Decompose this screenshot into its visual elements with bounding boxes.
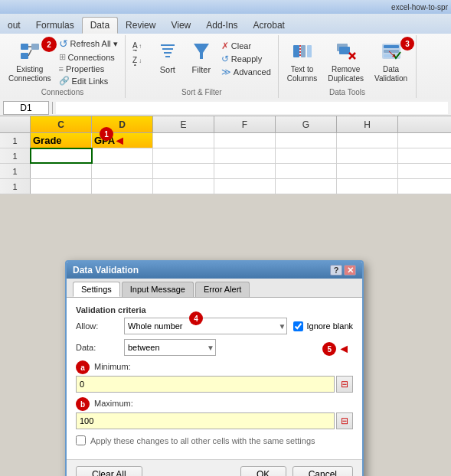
cell-e3[interactable] xyxy=(153,164,214,178)
cell-f1[interactable] xyxy=(214,133,276,148)
maximum-label: Maximum: xyxy=(94,399,133,408)
minimum-input[interactable] xyxy=(76,376,335,393)
ok-button[interactable]: OK xyxy=(240,466,286,476)
cell-h2[interactable] xyxy=(337,148,398,163)
cell-c4[interactable] xyxy=(31,179,92,194)
dialog-tabs: Settings Input Message Error Alert xyxy=(67,279,362,298)
grid: 1 Grade 1 ◄ GPA xyxy=(0,133,451,194)
sort-za-button[interactable]: Z↓A xyxy=(130,53,150,67)
edit-links-icon: 🔗 xyxy=(59,76,70,86)
apply-checkbox[interactable] xyxy=(76,435,86,445)
cell-h4[interactable] xyxy=(337,179,398,194)
cancel-button[interactable]: Cancel xyxy=(292,466,353,476)
tab-error-alert[interactable]: Error Alert xyxy=(195,282,250,297)
tab-error-alert-label: Error Alert xyxy=(204,285,242,294)
dialog-close-button[interactable]: ✕ xyxy=(344,265,356,275)
cell-g3[interactable] xyxy=(276,164,337,178)
advanced-icon: ≫ xyxy=(221,67,231,77)
table-row: 1 xyxy=(0,179,451,194)
maximum-collapse-button[interactable]: ⊟ xyxy=(336,412,353,429)
cell-h1[interactable] xyxy=(337,133,398,148)
remove-duplicates-button[interactable]: RemoveDuplicates xyxy=(324,37,368,86)
reapply-icon: ↺ xyxy=(221,54,229,64)
cell-d2[interactable] xyxy=(92,148,153,163)
col-header-g[interactable]: G xyxy=(276,116,337,132)
cell-c3[interactable] xyxy=(31,164,92,178)
tab-data[interactable]: Data xyxy=(82,17,118,34)
annotation-3: 3 xyxy=(400,37,414,51)
annotation-5-container: 5 ◄ xyxy=(322,342,350,356)
cell-e4[interactable] xyxy=(153,179,214,194)
refresh-icon: ↺ xyxy=(59,37,68,50)
cell-c1[interactable]: Grade xyxy=(31,133,92,148)
annotation-1: 1 xyxy=(100,127,113,141)
minimum-collapse-button[interactable]: ⊟ xyxy=(336,376,353,393)
ribbon-group-data-tools: 3 → Text toColumns xyxy=(279,35,417,98)
tab-out[interactable]: out xyxy=(0,17,28,34)
annotation-5: 5 xyxy=(322,342,336,356)
data-select[interactable]: between not between equal to not equal t… xyxy=(124,339,216,356)
cell-d3[interactable] xyxy=(92,164,153,178)
advanced-label: Advanced xyxy=(234,67,271,77)
filter-icon xyxy=(189,39,214,64)
reapply-button[interactable]: ↺ Reapply xyxy=(219,53,273,65)
sort-az-button[interactable]: A↑Z xyxy=(130,38,150,52)
sort-button[interactable]: Sort xyxy=(152,37,184,77)
tab-addins[interactable]: Add-Ins xyxy=(198,17,245,34)
connections-button[interactable]: ⊞ Connections xyxy=(57,51,120,63)
sort-za-icon: Z↓A xyxy=(132,54,148,66)
text-to-columns-button[interactable]: Text toColumns xyxy=(283,37,321,86)
allow-row: Allow: Whole number Decimal List Date Ti… xyxy=(76,318,353,334)
formula-input[interactable] xyxy=(56,102,448,114)
tab-view[interactable]: View xyxy=(163,17,198,34)
cell-e1[interactable] xyxy=(153,133,214,148)
minimum-row: a Minimum: ⊟ xyxy=(76,360,353,393)
remove-duplicates-icon xyxy=(334,39,358,64)
tab-input-message[interactable]: Input Message xyxy=(122,282,194,297)
title-bar: excel-how-to-spr xyxy=(0,0,451,14)
ribbon-group-sort-filter: A↑Z Z↓A So xyxy=(126,35,279,98)
edit-links-button[interactable]: 🔗 Edit Links xyxy=(57,75,120,86)
cell-h3[interactable] xyxy=(337,164,398,178)
tab-review[interactable]: Review xyxy=(118,17,163,34)
cell-f2[interactable] xyxy=(214,148,276,163)
properties-button[interactable]: ≡ Properties xyxy=(57,64,120,74)
cell-g1[interactable] xyxy=(276,133,337,148)
tab-settings[interactable]: Settings xyxy=(73,282,120,297)
annotation-a: a xyxy=(76,360,90,374)
ignore-blank-checkbox[interactable] xyxy=(293,321,303,331)
cell-c2[interactable] xyxy=(31,148,92,163)
advanced-button[interactable]: ≫ Advanced xyxy=(219,66,273,78)
name-box[interactable] xyxy=(3,101,49,115)
filter-button[interactable]: Filter xyxy=(185,37,217,77)
maximum-input[interactable] xyxy=(76,412,335,429)
dialog-controls: ? ✕ xyxy=(330,265,356,275)
sort-filter-group-label: Sort & Filter xyxy=(181,86,222,96)
row-header-2: 1 xyxy=(0,148,31,163)
cell-e2[interactable] xyxy=(153,148,214,163)
apply-checkbox-label: Apply these changes to all other cells w… xyxy=(90,436,315,445)
cell-g4[interactable] xyxy=(276,179,337,194)
cell-d4[interactable] xyxy=(92,179,153,194)
svg-text:A: A xyxy=(132,64,138,66)
cell-f4[interactable] xyxy=(214,179,276,194)
col-header-e[interactable]: E xyxy=(153,116,214,132)
existing-connections-label: ExistingConnections xyxy=(8,65,51,83)
dialog-help-button[interactable]: ? xyxy=(330,265,342,275)
cell-f3[interactable] xyxy=(214,164,276,178)
tab-acrobat[interactable]: Acrobat xyxy=(246,17,292,34)
collapse-icon: ⊟ xyxy=(341,416,348,426)
collapse-icon: ⊟ xyxy=(341,379,348,390)
col-header-h[interactable]: H xyxy=(337,116,398,132)
col-header-c[interactable]: C xyxy=(31,116,92,132)
clear-all-button[interactable]: Clear All xyxy=(76,466,142,476)
svg-rect-1 xyxy=(31,44,39,50)
cell-g2[interactable] xyxy=(276,148,337,163)
allow-select[interactable]: Whole number Decimal List Date Time Text… xyxy=(124,318,287,334)
connections-group-label: Connections xyxy=(41,86,84,96)
tab-formulas[interactable]: Formulas xyxy=(28,17,82,34)
existing-connections-icon xyxy=(18,39,42,64)
col-header-f[interactable]: F xyxy=(214,116,276,132)
clear-button[interactable]: ✗ Clear xyxy=(219,40,273,52)
refresh-all-button[interactable]: ↺ Refresh All ▾ xyxy=(57,37,120,51)
